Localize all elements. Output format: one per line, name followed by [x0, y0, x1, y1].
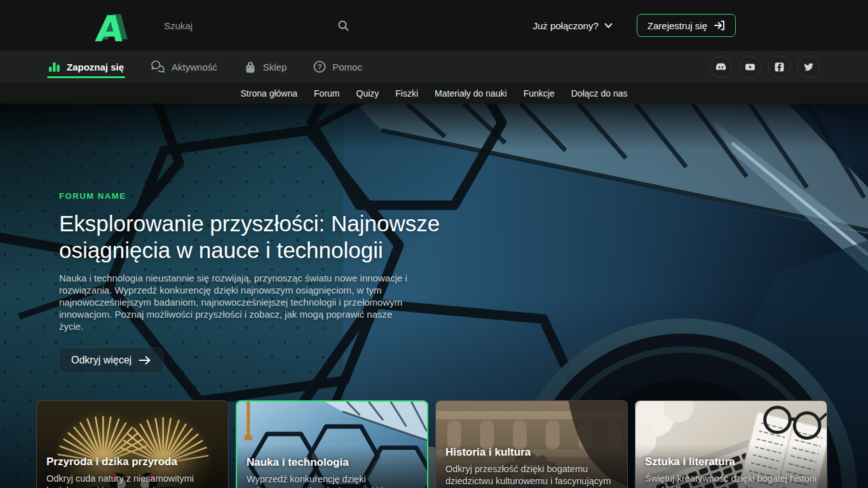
card-title: Przyroda i dzika przyroda	[46, 456, 219, 468]
tab-label: Pomoc	[332, 62, 362, 72]
social-links	[710, 56, 820, 78]
topbar: A A Już połączony? Zarejestruj się	[0, 0, 868, 51]
card-historia[interactable]: Historia i kultura Odkryj przeszłość dzi…	[435, 400, 628, 488]
tertiary-nav: Strona główna Forum Quizy Fiszki Materia…	[0, 83, 868, 104]
login-icon	[714, 20, 725, 31]
secondary-nav-items: Zapoznaj się Aktywność Sklep ?	[48, 51, 362, 83]
category-cards: Przyroda i dzika przyroda Odkryj cuda na…	[36, 400, 827, 488]
nav-link-strona-glowna[interactable]: Strona główna	[241, 88, 298, 98]
svg-text:?: ?	[318, 63, 322, 71]
card-description: Odkryj cuda natury z niesamowitymi krajo…	[46, 473, 219, 488]
twitter-icon[interactable]	[797, 56, 820, 78]
tab-label: Zapoznaj się	[67, 62, 124, 72]
facebook-icon[interactable]	[768, 56, 790, 78]
card-przyroda[interactable]: Przyroda i dzika przyroda Odkryj cuda na…	[36, 400, 229, 488]
card-title: Nauka i technologia	[247, 456, 418, 469]
svg-text:A: A	[94, 8, 126, 46]
nav-link-quizy[interactable]: Quizy	[356, 88, 379, 98]
tab-sklep[interactable]: Sklep	[244, 51, 287, 83]
card-description: Świętuj kreatywność dzięki bogatej histo…	[645, 473, 818, 488]
register-button[interactable]: Zarejestruj się	[637, 14, 736, 37]
forum-logo[interactable]: A A	[89, 4, 131, 46]
hero-description: Nauka i technologia nieustannie się rozw…	[59, 272, 407, 332]
card-text: Historia i kultura Odkryj przeszłość dzi…	[445, 446, 618, 488]
discord-icon[interactable]	[710, 56, 732, 78]
arrow-right-icon	[139, 356, 151, 365]
nav-link-dolacz[interactable]: Dołącz do nas	[571, 88, 628, 98]
bar-chart-icon	[48, 61, 60, 72]
card-nauka[interactable]: Nauka i technologia Wyprzedź konkurencję…	[236, 400, 428, 488]
secondary-nav: Zapoznaj się Aktywność Sklep ?	[0, 51, 868, 83]
hero-content: FORUM NAME Eksplorowanie przyszłości: Na…	[59, 191, 478, 373]
already-connected-dropdown[interactable]: Już połączony?	[532, 20, 612, 31]
card-title: Historia i kultura	[445, 446, 618, 459]
hero-section: FORUM NAME Eksplorowanie przyszłości: Na…	[0, 104, 868, 488]
forum-name-eyebrow: FORUM NAME	[59, 191, 478, 201]
nav-link-funkcje[interactable]: Funkcje	[524, 88, 555, 98]
card-sztuka[interactable]: Sztuka i literatura Świętuj kreatywność …	[635, 400, 827, 488]
chevron-down-icon	[604, 23, 613, 29]
tab-zapoznaj-sie[interactable]: Zapoznaj się	[48, 51, 124, 83]
nav-link-fiszki[interactable]: Fiszki	[395, 88, 418, 98]
card-description: Wyprzedź konkurencję dzięki najnowszym o…	[247, 473, 418, 488]
discover-more-button[interactable]: Odkryj więcej	[59, 348, 163, 373]
nav-link-forum[interactable]: Forum	[314, 88, 339, 98]
tab-pomoc[interactable]: ? Pomoc	[313, 51, 362, 83]
register-label: Zarejestruj się	[648, 20, 707, 31]
hero-title: Eksplorowanie przyszłości: Najnowsze osi…	[59, 210, 466, 264]
search-bar	[164, 20, 349, 32]
chat-icon	[151, 60, 165, 73]
discover-more-label: Odkryj więcej	[71, 355, 132, 366]
tab-label: Sklep	[263, 62, 287, 72]
card-text: Nauka i technologia Wyprzedź konkurencję…	[247, 456, 418, 488]
card-text: Przyroda i dzika przyroda Odkryj cuda na…	[46, 456, 219, 488]
tab-aktywnosc[interactable]: Aktywność	[151, 51, 217, 83]
tab-label: Aktywność	[172, 62, 217, 72]
already-connected-label: Już połączony?	[532, 20, 598, 31]
card-title: Sztuka i literatura	[645, 456, 818, 468]
nav-link-materialy[interactable]: Materiały do nauki	[435, 88, 507, 98]
youtube-icon[interactable]	[739, 56, 761, 78]
card-description: Odkryj przeszłość dzięki bogatemu dziedz…	[445, 463, 618, 488]
search-icon[interactable]	[337, 20, 349, 32]
card-text: Sztuka i literatura Świętuj kreatywność …	[645, 456, 818, 488]
bag-icon	[244, 60, 257, 74]
question-icon: ?	[313, 60, 326, 73]
search-input[interactable]	[164, 20, 337, 31]
